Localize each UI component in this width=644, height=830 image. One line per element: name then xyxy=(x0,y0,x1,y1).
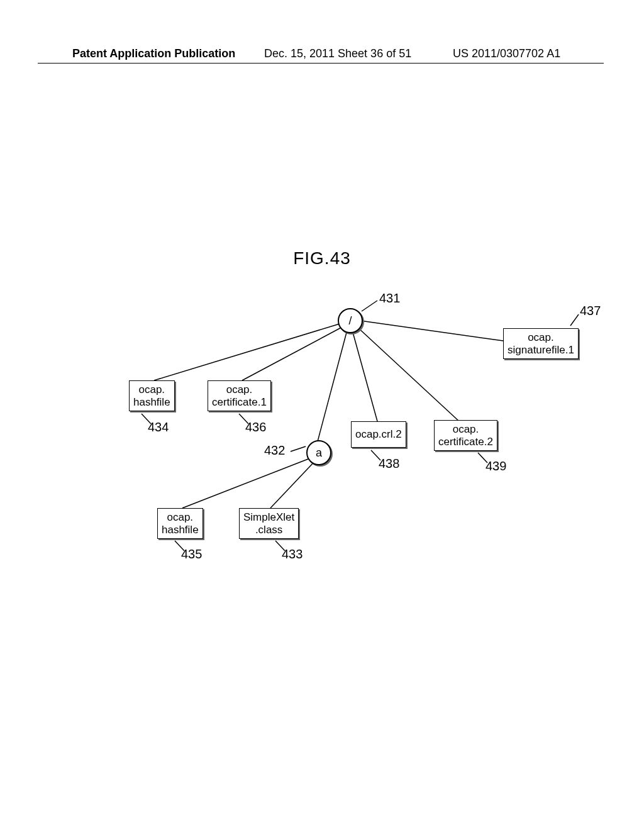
ref-433: 433 xyxy=(282,547,303,562)
header-mid: Dec. 15, 2011 Sheet 36 of 51 xyxy=(264,47,411,60)
header-right: US 2011/0307702 A1 xyxy=(453,47,560,60)
ref-leader-433 xyxy=(0,289,644,604)
header-left: Patent Application Publication xyxy=(72,47,235,60)
figure-diagram: / 431 ocap. signaturefile.1 437 ocap. ha… xyxy=(0,289,644,604)
figure-title: FIG.43 xyxy=(0,248,644,268)
header-rule xyxy=(38,63,604,64)
